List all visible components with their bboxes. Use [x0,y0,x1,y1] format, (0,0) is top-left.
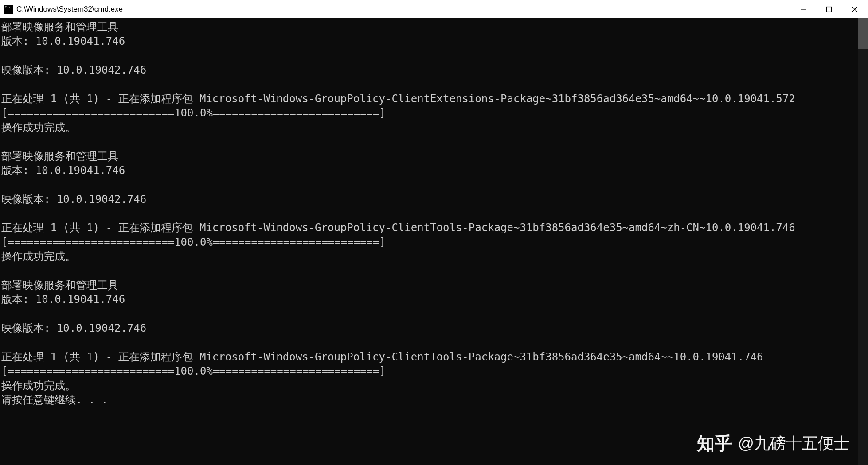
scrollbar-thumb[interactable] [858,18,868,49]
maximize-icon [826,6,832,12]
terminal-line: [==========================100.0%=======… [1,235,857,249]
window-title: C:\Windows\System32\cmd.exe [16,5,790,14]
terminal-line: 部署映像服务和管理工具 [1,278,857,292]
terminal-line: 正在处理 1 (共 1) - 正在添加程序包 Microsoft-Windows… [1,350,857,364]
close-button[interactable] [842,0,868,18]
terminal-line: 版本: 10.0.19041.746 [1,34,857,48]
terminal-line: 映像版本: 10.0.19042.746 [1,321,857,335]
cmd-window: C:\Windows\System32\cmd.exe 部署映像服务和管理工具版… [0,0,868,465]
terminal-line: [==========================100.0%=======… [1,106,857,120]
window-controls [790,0,868,18]
cmd-icon [4,5,13,14]
terminal-line: 正在处理 1 (共 1) - 正在添加程序包 Microsoft-Windows… [1,92,857,106]
terminal-line: 映像版本: 10.0.19042.746 [1,63,857,77]
terminal-line [1,206,857,221]
vertical-scrollbar[interactable] [858,18,868,465]
terminal-output[interactable]: 部署映像服务和管理工具版本: 10.0.19041.746 映像版本: 10.0… [0,18,858,465]
terminal-line [1,307,857,321]
close-icon [852,6,858,12]
svg-rect-1 [827,7,832,12]
maximize-button[interactable] [816,0,842,18]
titlebar[interactable]: C:\Windows\System32\cmd.exe [0,0,868,18]
terminal-line: 版本: 10.0.19041.746 [1,163,857,178]
terminal-line: 版本: 10.0.19041.746 [1,292,857,306]
terminal-line [1,336,857,350]
terminal-line [1,78,857,92]
terminal-area: 部署映像服务和管理工具版本: 10.0.19041.746 映像版本: 10.0… [0,18,868,465]
terminal-line: [==========================100.0%=======… [1,364,857,378]
minimize-icon [800,6,806,12]
terminal-line: 操作成功完成。 [1,379,857,393]
terminal-line [1,49,857,63]
terminal-line [1,135,857,149]
terminal-line: 部署映像服务和管理工具 [1,20,857,34]
terminal-line: 操作成功完成。 [1,249,857,264]
terminal-line: 正在处理 1 (共 1) - 正在添加程序包 Microsoft-Windows… [1,221,857,235]
terminal-line [1,264,857,278]
terminal-line: 请按任意键继续. . . [1,393,857,407]
terminal-line: 部署映像服务和管理工具 [1,149,857,163]
terminal-line: 映像版本: 10.0.19042.746 [1,192,857,206]
terminal-line: 操作成功完成。 [1,120,857,135]
terminal-line [1,178,857,192]
minimize-button[interactable] [790,0,816,18]
